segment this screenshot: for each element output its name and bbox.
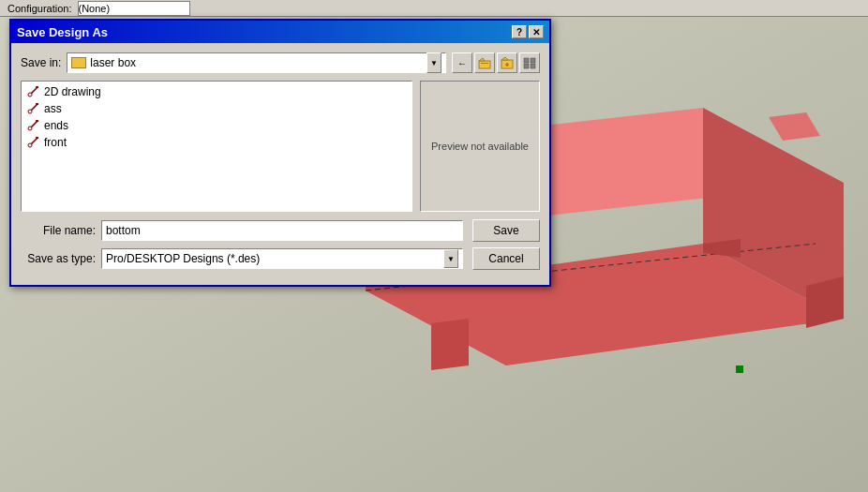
save-in-label: Save in: <box>21 56 61 69</box>
action-buttons: Save <box>472 219 540 242</box>
svg-marker-8 <box>431 319 469 370</box>
savetype-label: Save as type: <box>21 252 96 265</box>
svg-rect-21 <box>531 58 535 63</box>
config-input[interactable] <box>78 1 190 16</box>
dialog-titlebar: Save Design As ? ✕ <box>11 21 549 43</box>
svg-rect-35 <box>36 137 38 139</box>
dialog-window: Save Design As ? ✕ Save in: laser box ▼ … <box>9 19 551 287</box>
svg-rect-32 <box>36 120 38 122</box>
design-file-icon <box>27 85 40 98</box>
filename-label: File name: <box>21 224 96 237</box>
svg-rect-13 <box>479 61 490 68</box>
toolbar: Configuration: <box>0 0 868 17</box>
nav-toolbar: ← <box>452 52 540 73</box>
save-in-combo[interactable]: laser box ▼ <box>67 52 446 73</box>
design-file-icon <box>27 136 40 149</box>
save-in-row: Save in: laser box ▼ ← <box>21 52 540 73</box>
content-area: 2D drawing ass <box>21 81 540 212</box>
save-in-arrow[interactable]: ▼ <box>427 52 441 73</box>
list-item[interactable]: front <box>23 134 410 151</box>
design-file-icon <box>27 102 40 115</box>
back-button[interactable]: ← <box>452 52 472 73</box>
svg-marker-17 <box>501 57 508 60</box>
svg-point-30 <box>28 127 32 130</box>
help-button[interactable]: ? <box>512 25 527 38</box>
cancel-buttons: Cancel <box>472 247 540 270</box>
bottom-rows: File name: Save Save as type: Pro/DESKTO… <box>21 219 540 276</box>
design-file-icon <box>27 119 40 132</box>
close-button[interactable]: ✕ <box>529 25 544 38</box>
cancel-button[interactable]: Cancel <box>472 247 540 270</box>
preview-box: Preview not available <box>420 81 540 212</box>
new-folder-button[interactable] <box>497 52 517 73</box>
svg-point-33 <box>28 143 32 147</box>
dialog-body: Save in: laser box ▼ ← <box>11 43 549 285</box>
dialog-title: Save Design As <box>17 25 108 39</box>
up-folder-button[interactable] <box>474 52 495 73</box>
svg-rect-26 <box>36 86 38 88</box>
bottom-forms: File name: Save Save as type: Pro/DESKTO… <box>21 219 540 276</box>
savetype-combo[interactable]: Pro/DESKTOP Designs (*.des) ▼ <box>101 248 463 269</box>
preview-text: Preview not available <box>431 141 529 152</box>
svg-rect-15 <box>481 63 488 64</box>
svg-rect-10 <box>736 365 743 373</box>
save-button[interactable]: Save <box>472 219 540 242</box>
filename-row: File name: Save <box>21 219 540 242</box>
svg-rect-23 <box>531 64 535 68</box>
svg-rect-29 <box>36 103 38 105</box>
config-label: Configuration: <box>4 3 76 14</box>
folder-icon <box>71 57 86 68</box>
save-dialog: Save Design As ? ✕ Save in: laser box ▼ … <box>9 19 551 287</box>
views-button[interactable] <box>519 52 540 73</box>
list-item[interactable]: ass <box>23 100 410 117</box>
list-item[interactable]: 2D drawing <box>23 83 410 100</box>
svg-rect-22 <box>524 64 529 68</box>
svg-rect-20 <box>524 58 529 63</box>
titlebar-buttons: ? ✕ <box>512 25 544 38</box>
filename-input[interactable] <box>101 220 463 241</box>
savetype-row: Save as type: Pro/DESKTOP Designs (*.des… <box>21 247 540 270</box>
list-item[interactable]: ends <box>23 117 410 134</box>
file-list[interactable]: 2D drawing ass <box>21 81 412 212</box>
savetype-value: Pro/DESKTOP Designs (*.des) <box>106 252 443 265</box>
save-in-value: laser box <box>90 56 136 69</box>
savetype-arrow[interactable]: ▼ <box>443 249 458 268</box>
svg-marker-14 <box>479 58 485 61</box>
